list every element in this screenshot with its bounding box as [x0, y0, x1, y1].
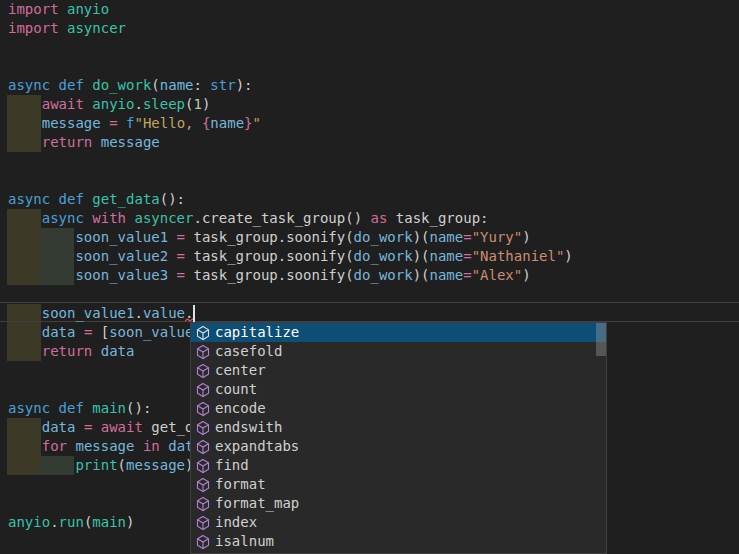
code-line: async def do_work(name: str):: [0, 76, 739, 95]
code-line: [0, 57, 739, 76]
code-token: async: [42, 210, 84, 226]
completion-dropdown[interactable]: capitalizecasefoldcentercountencodeendsw…: [190, 322, 607, 554]
completion-item[interactable]: endswith: [191, 418, 606, 437]
symbol-method-icon: [195, 420, 211, 436]
symbol-method-icon: [195, 515, 211, 531]
code-token: [92, 419, 100, 435]
code-token: message: [75, 438, 134, 454]
completion-item[interactable]: capitalize: [191, 323, 606, 342]
code-token: soon_value2: [75, 248, 168, 264]
code-token: ): [126, 514, 134, 530]
code-token: =: [177, 229, 185, 245]
code-editor[interactable]: import anyioimport asyncerasync def do_w…: [0, 0, 739, 554]
code-token: =: [109, 115, 117, 131]
symbol-method-icon: [195, 401, 211, 417]
code-token: asyncer: [67, 20, 126, 36]
code-token: message: [126, 457, 185, 473]
completion-item[interactable]: encode: [191, 399, 606, 418]
code-token: print: [75, 457, 117, 473]
code-token: with: [92, 210, 126, 226]
code-token: [8, 305, 42, 321]
code-token: data: [42, 324, 76, 340]
code-token: =: [463, 267, 471, 283]
code-token: return: [42, 343, 93, 359]
code-token: do_work: [354, 267, 413, 283]
code-token: .: [50, 514, 58, 530]
code-token: await: [42, 96, 84, 112]
code-token: ": [253, 115, 261, 131]
completion-item[interactable]: count: [191, 380, 606, 399]
code-line: soon_value1 = task_group.soonify(do_work…: [0, 228, 739, 247]
symbol-method-icon: [195, 325, 211, 341]
code-token: def: [59, 191, 84, 207]
code-token: .: [134, 305, 142, 321]
code-token: import: [8, 1, 59, 17]
symbol-method-icon: [195, 458, 211, 474]
code-line: soon_value2 = task_group.soonify(do_work…: [0, 247, 739, 266]
code-token: async: [8, 77, 50, 93]
code-token: 1: [194, 96, 202, 112]
code-token: [168, 267, 176, 283]
code-token: async: [8, 400, 50, 416]
completion-scrollbar-thumb[interactable]: [596, 323, 606, 356]
code-token: [8, 457, 75, 473]
code-token: [92, 134, 100, 150]
code-line: [0, 171, 739, 190]
completion-item[interactable]: format_map: [191, 494, 606, 513]
code-token: main: [92, 400, 126, 416]
completion-item[interactable]: casefold: [191, 342, 606, 361]
code-token: data: [42, 419, 76, 435]
completion-item[interactable]: center: [191, 361, 606, 380]
code-token: [8, 267, 75, 283]
code-token: [168, 229, 176, 245]
code-token: def: [59, 77, 84, 93]
code-token: do_work: [92, 77, 151, 93]
code-token: =: [177, 267, 185, 283]
code-line: await anyio.sleep(1): [0, 95, 739, 114]
code-token: "Nathaniel": [472, 248, 565, 264]
code-token: anyio: [92, 96, 134, 112]
code-token: soon_value1: [42, 305, 135, 321]
completion-item[interactable]: index: [191, 513, 606, 532]
code-token: (: [118, 457, 126, 473]
code-token: [160, 438, 168, 454]
code-line: import asyncer: [0, 19, 739, 38]
symbol-method-icon: [195, 382, 211, 398]
code-line: [0, 152, 739, 171]
code-token: }: [244, 115, 252, 131]
code-token: def: [59, 400, 84, 416]
code-token: ):: [236, 77, 253, 93]
completion-item[interactable]: expandtabs: [191, 437, 606, 456]
completion-item[interactable]: format: [191, 475, 606, 494]
code-token: message: [101, 134, 160, 150]
code-token: ): [522, 229, 530, 245]
code-token: [134, 438, 142, 454]
code-token: import: [8, 20, 59, 36]
code-token: )(: [413, 229, 430, 245]
symbol-method-icon: [195, 439, 211, 455]
code-token: )(: [413, 267, 430, 283]
code-token: ): [564, 248, 572, 264]
code-token: get_d: [143, 419, 194, 435]
code-token: .create_task_group(): [193, 210, 370, 226]
completion-item-label: format: [215, 475, 266, 494]
code-token: [59, 1, 67, 17]
code-line: [0, 285, 739, 304]
completion-item-label: format_map: [215, 494, 299, 513]
completion-item[interactable]: find: [191, 456, 606, 475]
completion-item-label: casefold: [215, 342, 282, 361]
completion-item-label: find: [215, 456, 249, 475]
code-line: import anyio: [0, 0, 739, 19]
completion-item[interactable]: isalnum: [191, 532, 606, 551]
code-token: data: [101, 343, 135, 359]
code-token: return: [42, 134, 93, 150]
code-token: await: [101, 419, 143, 435]
code-token: [168, 248, 176, 264]
code-token: ): [202, 96, 210, 112]
code-token: [118, 115, 126, 131]
code-token: sleep: [143, 96, 185, 112]
code-token: task_group.soonify(: [185, 267, 354, 283]
code-token: value: [143, 305, 185, 321]
code-token: soon_value3: [75, 267, 168, 283]
code-line: [0, 38, 739, 57]
